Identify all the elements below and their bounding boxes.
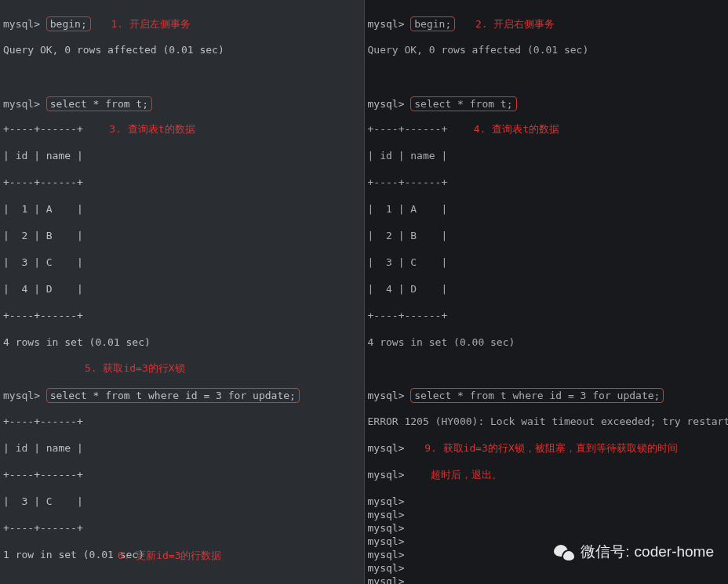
table-header: | id | name | (3, 441, 361, 455)
left-terminal[interactable]: mysql> begin; 1. 开启左侧事务 Query OK, 0 rows… (0, 0, 365, 584)
begin-cmd-box: begin; (46, 16, 91, 31)
prompt-line: mysql> (368, 575, 726, 584)
table-border: +----+------+ (368, 309, 726, 322)
watermark: 微信号: coder-home (554, 542, 714, 562)
select-all-box: select * from t; (46, 96, 152, 111)
table-row: | 3 | C | (368, 256, 726, 269)
table-header: | id | name | (3, 149, 361, 162)
annotation-9a: 9. 获取id=3的行X锁，被阻塞，直到等待获取锁的时间 (424, 441, 678, 455)
annotation-2: 2. 开启右侧事务 (475, 17, 555, 31)
table-row: | 3 | C | (3, 256, 361, 269)
table-border: +----+------+ (3, 521, 361, 535)
watermark-label: 微信号: (581, 542, 629, 562)
annotation-4: 4. 查询表t的数据 (474, 122, 559, 136)
result-line: Query OK, 0 rows affected (0.01 sec) (3, 43, 361, 56)
annotation-3: 3. 查询表t的数据 (109, 122, 195, 136)
table-row: | 1 | A | (368, 202, 726, 216)
prompt-line: mysql> (368, 495, 726, 508)
cmd-line: mysql> begin; 2. 开启右侧事务 (368, 16, 726, 30)
result-line: 1 row in set (0.01 sec) 6. 更新id=3的行数据 (3, 548, 361, 561)
table-border: +----+------+ (3, 415, 361, 428)
result-line: 4 rows in set (0.01 sec) (3, 336, 361, 349)
prompt-line: mysql> 9. 获取id=3的行X锁，被阻塞，直到等待获取锁的时间 (368, 441, 726, 455)
table-row: | 2 | B | (368, 229, 726, 242)
table-border: +----+------+ 3. 查询表t的数据 (3, 122, 361, 136)
select-forupdate3-box: select * from t where id = 3 for update; (46, 388, 300, 403)
cmd-line: mysql> begin; 1. 开启左侧事务 (3, 16, 361, 30)
right-terminal[interactable]: mysql> begin; 2. 开启右侧事务 Query OK, 0 rows… (365, 0, 729, 584)
table-border: +----+------+ (368, 176, 726, 189)
cmd-line: mysql> select * from t; (3, 96, 361, 110)
table-border: +----+------+ (3, 309, 361, 322)
prompt-line: mysql> (368, 521, 726, 535)
prompt-line: mysql> 超时后，退出。 (368, 468, 726, 481)
cmd-line: mysql> select * from t where id = 3 for … (368, 388, 726, 401)
cmd-line: mysql> select * from t where id = 3 for … (3, 388, 361, 401)
table-row: | 2 | B | (3, 229, 361, 242)
wechat-icon (554, 543, 576, 562)
table-row: | 4 | D | (368, 282, 726, 296)
table-row: | 4 | D | (3, 282, 361, 296)
empty-prompts-container: mysql> mysql> mysql> mysql> mysql> mysql… (368, 495, 726, 584)
annotation-1: 1. 开启左侧事务 (111, 17, 190, 31)
table-header: | id | name | (368, 149, 726, 162)
select-all-box: select * from t; (410, 96, 516, 111)
terminal-panes: mysql> begin; 1. 开启左侧事务 Query OK, 0 rows… (0, 0, 728, 584)
table-border: +----+------+ 4. 查询表t的数据 (368, 122, 726, 136)
prompt-line: mysql> (368, 508, 726, 521)
cmd-line: mysql> select * from t; (368, 96, 726, 110)
result-line: 4 rows in set (0.00 sec) (368, 336, 726, 349)
table-row: | 1 | A | (3, 202, 361, 216)
annotation-6: 6. 更新id=3的行数据 (118, 549, 222, 562)
prompt-line: mysql> (368, 561, 726, 575)
annotation-5: 5. 获取id=3的行X锁 (85, 361, 185, 375)
table-row: | 3 | C | (3, 495, 361, 508)
table-border: +----+------+ (3, 468, 361, 481)
table-border: +----+------+ (3, 176, 361, 189)
result-line: Query OK, 0 rows affected (0.01 sec) (368, 43, 726, 56)
watermark-value: coder-home (635, 542, 714, 562)
error-line: ERROR 1205 (HY000): Lock wait timeout ex… (368, 415, 726, 428)
begin-cmd-box: begin; (410, 16, 455, 31)
select-forupdate3-box: select * from t where id = 3 for update; (410, 388, 664, 403)
annotation-9b: 超时后，退出。 (431, 468, 502, 481)
